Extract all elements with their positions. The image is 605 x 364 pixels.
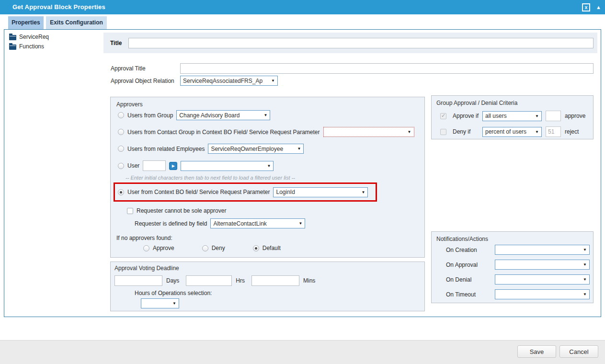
reject-amount-input[interactable] (546, 126, 561, 137)
tab-exits-configuration[interactable]: Exits Configuration (46, 16, 107, 29)
no-approvers-label: If no approvers found: (116, 235, 172, 241)
cancel-button[interactable]: Cancel (559, 345, 598, 358)
hrs-input[interactable] (186, 275, 232, 286)
chevron-down-icon: ▼ (271, 79, 275, 83)
title-field[interactable] (128, 38, 594, 48)
approval-object-relation-label: Approval Object Relation (111, 78, 180, 84)
no-approvers-options: Approve Deny Default (143, 245, 281, 251)
close-button[interactable]: x (582, 3, 590, 11)
hrs-label: Hrs (236, 277, 245, 284)
days-input[interactable] (114, 275, 162, 286)
on-approval-row: On Approval ▼ (446, 260, 590, 270)
chevron-down-icon: ▼ (583, 248, 587, 252)
chevron-down-icon: ▼ (263, 113, 267, 117)
radio-users-from-related-employees[interactable] (118, 146, 124, 152)
voting-deadline-heading: Approval Voting Deadline (114, 265, 179, 272)
users-from-contact-group-label: Users from Contact Group in Context BO F… (127, 129, 320, 136)
approval-title-field[interactable] (180, 63, 594, 74)
window-title: Get Approval Block Properties (12, 0, 105, 14)
tree-item-functions[interactable]: Functions (9, 42, 44, 51)
title-row: Title (103, 33, 597, 53)
approval-title-row: Approval Title (111, 63, 594, 74)
users-from-group-select[interactable]: Change Advisory Board ▼ (176, 110, 270, 120)
requester-checkbox-row: Requester cannot be sole approver (127, 207, 226, 214)
folder-icon (9, 35, 16, 40)
chevron-down-icon: ▼ (583, 292, 587, 296)
on-denial-select[interactable]: ▼ (495, 274, 590, 284)
radio-deny-label: Deny (212, 245, 225, 251)
user-select[interactable]: ▼ (181, 161, 274, 171)
approve-if-select[interactable]: all users ▼ (482, 111, 542, 121)
user-from-context-label: User from Context BO field/ Service Requ… (127, 189, 270, 195)
approve-if-label: Approve if (453, 113, 482, 119)
users-from-related-employees-row: Users from related Employees ServiceReqO… (118, 144, 304, 154)
radio-user-from-context[interactable] (118, 189, 124, 195)
approvers-heading: Approvers (116, 101, 143, 108)
radio-users-from-group[interactable] (118, 112, 124, 118)
voting-deadline-inputs-row: Days Hrs Mins (114, 275, 315, 286)
user-row: User ▶ ▼ (118, 160, 274, 171)
close-icon: x (585, 5, 588, 10)
users-from-group-label: Users from Group (127, 112, 173, 119)
dialog-window: Get Approval Block Properties x ▲ Proper… (0, 0, 605, 364)
tab-properties[interactable]: Properties (8, 16, 44, 29)
days-label: Days (166, 277, 179, 284)
radio-user[interactable] (118, 163, 124, 169)
hours-of-operations-select[interactable]: ▼ (141, 298, 179, 308)
login-id-select[interactable]: LoginId ▼ (273, 187, 368, 197)
on-creation-label: On Creation (446, 247, 495, 253)
tree-item-servicereq[interactable]: ServiceReq (9, 33, 49, 41)
approve-suffix-label: approve (565, 113, 585, 119)
on-timeout-row: On Timeout ▼ (446, 289, 590, 299)
criteria-heading: Group Approval / Denial Criteria (436, 100, 517, 106)
radio-approve-label: Approve (153, 245, 174, 251)
deny-if-row: Deny if percent of users ▼ reject (440, 126, 579, 137)
on-denial-label: On Denial (446, 276, 495, 283)
chevron-down-icon: ▼ (535, 130, 539, 134)
deny-if-label: Deny if (453, 128, 482, 135)
save-button[interactable]: Save (517, 345, 556, 358)
mins-label: Mins (303, 277, 315, 284)
chevron-down-icon: ▼ (172, 301, 176, 306)
window-titlebar: Get Approval Block Properties x ▲ (0, 0, 605, 14)
collapse-caret-icon[interactable]: ▲ (596, 4, 601, 10)
user-input[interactable] (143, 160, 166, 171)
deny-if-checkbox[interactable] (440, 129, 446, 135)
approve-if-checkbox[interactable] (440, 113, 446, 119)
chevron-down-icon: ▼ (297, 147, 301, 151)
voting-deadline-group: Approval Voting Deadline Days Hrs Mins H… (110, 262, 425, 311)
tree-item-label: Functions (19, 43, 44, 50)
load-user-button[interactable]: ▶ (169, 162, 177, 170)
mins-input[interactable] (251, 275, 299, 286)
on-timeout-select[interactable]: ▼ (495, 289, 590, 299)
chevron-down-icon: ▼ (583, 277, 587, 282)
radio-default[interactable] (253, 245, 259, 251)
play-icon: ▶ (172, 164, 175, 168)
on-creation-select[interactable]: ▼ (495, 245, 590, 255)
requester-sole-approver-checkbox[interactable] (127, 208, 133, 214)
user-label: User (127, 162, 139, 169)
on-timeout-label: On Timeout (446, 291, 495, 298)
reject-suffix-label: reject (565, 128, 579, 135)
hours-of-operations-label: Hours of Operations selection: (135, 290, 212, 296)
approve-amount-input[interactable] (546, 111, 561, 121)
approve-if-row: Approve if all users ▼ approve (440, 111, 585, 121)
contact-group-select[interactable]: ▼ (323, 127, 414, 137)
chevron-down-icon: ▼ (408, 130, 411, 134)
related-employees-select[interactable]: ServiceReqOwnerEmployee ▼ (208, 144, 304, 154)
approval-title-label: Approval Title (111, 65, 180, 72)
approval-object-relation-select[interactable]: ServiceReqAssociatedFRS_Ap ▼ (180, 76, 278, 86)
chevron-down-icon: ▼ (267, 164, 271, 168)
on-denial-row: On Denial ▼ (446, 274, 590, 284)
radio-approve[interactable] (143, 245, 149, 251)
notifications-group: Notifications/Actions On Creation ▼ On A… (431, 231, 594, 303)
user-filter-hint: -- Enter initial characters then tab to … (126, 175, 295, 181)
radio-users-from-contact-group[interactable] (118, 129, 124, 135)
deny-if-select[interactable]: percent of users ▼ (482, 127, 542, 137)
on-approval-select[interactable]: ▼ (495, 260, 590, 270)
notifications-heading: Notifications/Actions (436, 236, 488, 242)
requester-defined-by-field-select[interactable]: AlternateContactLink ▼ (210, 218, 305, 228)
chevron-down-icon: ▼ (362, 190, 365, 194)
radio-deny[interactable] (202, 245, 208, 251)
dialog-content: ServiceReq Functions Title Approval Titl… (4, 29, 601, 317)
